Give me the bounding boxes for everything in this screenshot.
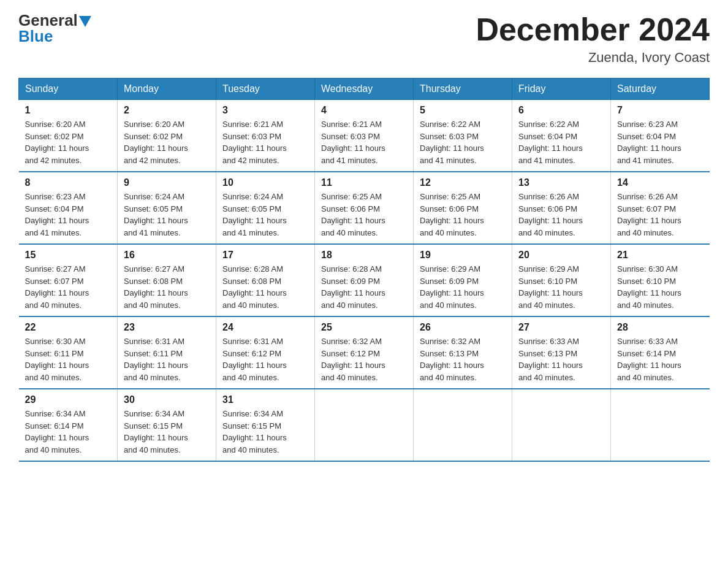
day-number: 23: [124, 322, 210, 333]
day-info: Sunrise: 6:29 AM Sunset: 6:09 PM Dayligh…: [420, 263, 506, 311]
day-number: 18: [321, 250, 407, 261]
day-info: Sunrise: 6:23 AM Sunset: 6:04 PM Dayligh…: [25, 191, 112, 239]
day-number: 8: [25, 177, 112, 188]
day-number: 11: [321, 177, 407, 188]
calendar-cell: 3 Sunrise: 6:21 AM Sunset: 6:03 PM Dayli…: [216, 100, 315, 172]
calendar-week-row: 29 Sunrise: 6:34 AM Sunset: 6:14 PM Dayl…: [19, 389, 710, 461]
calendar-cell: 25 Sunrise: 6:32 AM Sunset: 6:12 PM Dayl…: [315, 316, 414, 389]
calendar-cell: 4 Sunrise: 6:21 AM Sunset: 6:03 PM Dayli…: [315, 100, 414, 172]
calendar-cell: 28 Sunrise: 6:33 AM Sunset: 6:14 PM Dayl…: [611, 316, 710, 389]
day-info: Sunrise: 6:34 AM Sunset: 6:15 PM Dayligh…: [124, 408, 210, 456]
calendar-cell: 31 Sunrise: 6:34 AM Sunset: 6:15 PM Dayl…: [216, 389, 315, 461]
day-info: Sunrise: 6:27 AM Sunset: 6:07 PM Dayligh…: [25, 263, 112, 311]
calendar-cell: 18 Sunrise: 6:28 AM Sunset: 6:09 PM Dayl…: [315, 244, 414, 316]
calendar-cell: 9 Sunrise: 6:24 AM Sunset: 6:05 PM Dayli…: [118, 172, 216, 244]
day-number: 28: [617, 322, 703, 333]
calendar-week-row: 8 Sunrise: 6:23 AM Sunset: 6:04 PM Dayli…: [19, 172, 710, 244]
day-info: Sunrise: 6:24 AM Sunset: 6:05 PM Dayligh…: [124, 191, 210, 239]
calendar-cell: 26 Sunrise: 6:32 AM Sunset: 6:13 PM Dayl…: [414, 316, 512, 389]
calendar-week-row: 22 Sunrise: 6:30 AM Sunset: 6:11 PM Dayl…: [19, 316, 710, 389]
day-number: 25: [321, 322, 407, 333]
calendar-cell: [611, 389, 710, 461]
day-number: 19: [420, 250, 506, 261]
calendar-table: Sunday Monday Tuesday Wednesday Thursday…: [18, 78, 710, 462]
day-info: Sunrise: 6:28 AM Sunset: 6:09 PM Dayligh…: [321, 263, 407, 311]
day-number: 26: [420, 322, 506, 333]
calendar-cell: 19 Sunrise: 6:29 AM Sunset: 6:09 PM Dayl…: [414, 244, 512, 316]
month-title: December 2024: [476, 12, 710, 47]
calendar-cell: [315, 389, 414, 461]
header-thursday: Thursday: [414, 79, 512, 100]
header-monday: Monday: [118, 79, 216, 100]
day-info: Sunrise: 6:33 AM Sunset: 6:13 PM Dayligh…: [518, 335, 604, 383]
logo-general-text: General: [18, 12, 78, 28]
day-info: Sunrise: 6:30 AM Sunset: 6:11 PM Dayligh…: [25, 335, 112, 383]
day-number: 16: [124, 250, 210, 261]
day-info: Sunrise: 6:25 AM Sunset: 6:06 PM Dayligh…: [420, 191, 506, 239]
header-friday: Friday: [512, 79, 611, 100]
calendar-cell: 23 Sunrise: 6:31 AM Sunset: 6:11 PM Dayl…: [118, 316, 216, 389]
day-number: 13: [518, 177, 604, 188]
day-number: 17: [222, 250, 308, 261]
calendar-cell: 22 Sunrise: 6:30 AM Sunset: 6:11 PM Dayl…: [19, 316, 118, 389]
calendar-cell: 29 Sunrise: 6:34 AM Sunset: 6:14 PM Dayl…: [19, 389, 118, 461]
day-info: Sunrise: 6:26 AM Sunset: 6:07 PM Dayligh…: [617, 191, 703, 239]
day-number: 1: [25, 105, 112, 116]
calendar-cell: 30 Sunrise: 6:34 AM Sunset: 6:15 PM Dayl…: [118, 389, 216, 461]
day-info: Sunrise: 6:28 AM Sunset: 6:08 PM Dayligh…: [222, 263, 308, 311]
day-info: Sunrise: 6:24 AM Sunset: 6:05 PM Dayligh…: [222, 191, 308, 239]
day-info: Sunrise: 6:27 AM Sunset: 6:08 PM Dayligh…: [124, 263, 210, 311]
day-number: 6: [518, 105, 604, 116]
calendar-cell: 7 Sunrise: 6:23 AM Sunset: 6:04 PM Dayli…: [611, 100, 710, 172]
calendar-cell: 27 Sunrise: 6:33 AM Sunset: 6:13 PM Dayl…: [512, 316, 611, 389]
calendar-cell: 5 Sunrise: 6:22 AM Sunset: 6:03 PM Dayli…: [414, 100, 512, 172]
day-number: 22: [25, 322, 112, 333]
calendar-cell: [414, 389, 512, 461]
header-sunday: Sunday: [19, 79, 118, 100]
logo: General Blue: [18, 12, 91, 46]
day-number: 14: [617, 177, 703, 188]
title-section: December 2024 Zuenda, Ivory Coast: [476, 12, 710, 66]
calendar-cell: 1 Sunrise: 6:20 AM Sunset: 6:02 PM Dayli…: [19, 100, 118, 172]
logo-triangle-icon: [79, 16, 91, 27]
day-info: Sunrise: 6:21 AM Sunset: 6:03 PM Dayligh…: [222, 118, 308, 166]
day-number: 24: [222, 322, 308, 333]
day-info: Sunrise: 6:22 AM Sunset: 6:03 PM Dayligh…: [420, 118, 506, 166]
day-info: Sunrise: 6:32 AM Sunset: 6:12 PM Dayligh…: [321, 335, 407, 383]
calendar-cell: 21 Sunrise: 6:30 AM Sunset: 6:10 PM Dayl…: [611, 244, 710, 316]
day-number: 31: [222, 394, 308, 405]
logo-blue-text: Blue: [18, 27, 91, 46]
calendar-week-row: 15 Sunrise: 6:27 AM Sunset: 6:07 PM Dayl…: [19, 244, 710, 316]
calendar-week-row: 1 Sunrise: 6:20 AM Sunset: 6:02 PM Dayli…: [19, 100, 710, 172]
calendar-cell: 17 Sunrise: 6:28 AM Sunset: 6:08 PM Dayl…: [216, 244, 315, 316]
location-text: Zuenda, Ivory Coast: [476, 50, 710, 66]
day-info: Sunrise: 6:21 AM Sunset: 6:03 PM Dayligh…: [321, 118, 407, 166]
day-info: Sunrise: 6:29 AM Sunset: 6:10 PM Dayligh…: [518, 263, 604, 311]
calendar-cell: 11 Sunrise: 6:25 AM Sunset: 6:06 PM Dayl…: [315, 172, 414, 244]
calendar-cell: 15 Sunrise: 6:27 AM Sunset: 6:07 PM Dayl…: [19, 244, 118, 316]
header-wednesday: Wednesday: [315, 79, 414, 100]
calendar-cell: 8 Sunrise: 6:23 AM Sunset: 6:04 PM Dayli…: [19, 172, 118, 244]
day-number: 20: [518, 250, 604, 261]
day-number: 10: [222, 177, 308, 188]
header-saturday: Saturday: [611, 79, 710, 100]
day-number: 29: [25, 394, 112, 405]
day-number: 4: [321, 105, 407, 116]
day-info: Sunrise: 6:20 AM Sunset: 6:02 PM Dayligh…: [124, 118, 210, 166]
day-info: Sunrise: 6:33 AM Sunset: 6:14 PM Dayligh…: [617, 335, 703, 383]
day-number: 9: [124, 177, 210, 188]
day-number: 30: [124, 394, 210, 405]
calendar-cell: 6 Sunrise: 6:22 AM Sunset: 6:04 PM Dayli…: [512, 100, 611, 172]
calendar-header-row: Sunday Monday Tuesday Wednesday Thursday…: [19, 79, 710, 100]
day-info: Sunrise: 6:31 AM Sunset: 6:11 PM Dayligh…: [124, 335, 210, 383]
calendar-cell: 14 Sunrise: 6:26 AM Sunset: 6:07 PM Dayl…: [611, 172, 710, 244]
calendar-cell: 12 Sunrise: 6:25 AM Sunset: 6:06 PM Dayl…: [414, 172, 512, 244]
calendar-cell: 2 Sunrise: 6:20 AM Sunset: 6:02 PM Dayli…: [118, 100, 216, 172]
day-info: Sunrise: 6:34 AM Sunset: 6:15 PM Dayligh…: [222, 408, 308, 456]
day-number: 2: [124, 105, 210, 116]
day-info: Sunrise: 6:34 AM Sunset: 6:14 PM Dayligh…: [25, 408, 112, 456]
day-info: Sunrise: 6:22 AM Sunset: 6:04 PM Dayligh…: [518, 118, 604, 166]
day-info: Sunrise: 6:31 AM Sunset: 6:12 PM Dayligh…: [222, 335, 308, 383]
day-number: 15: [25, 250, 112, 261]
day-info: Sunrise: 6:20 AM Sunset: 6:02 PM Dayligh…: [25, 118, 112, 166]
